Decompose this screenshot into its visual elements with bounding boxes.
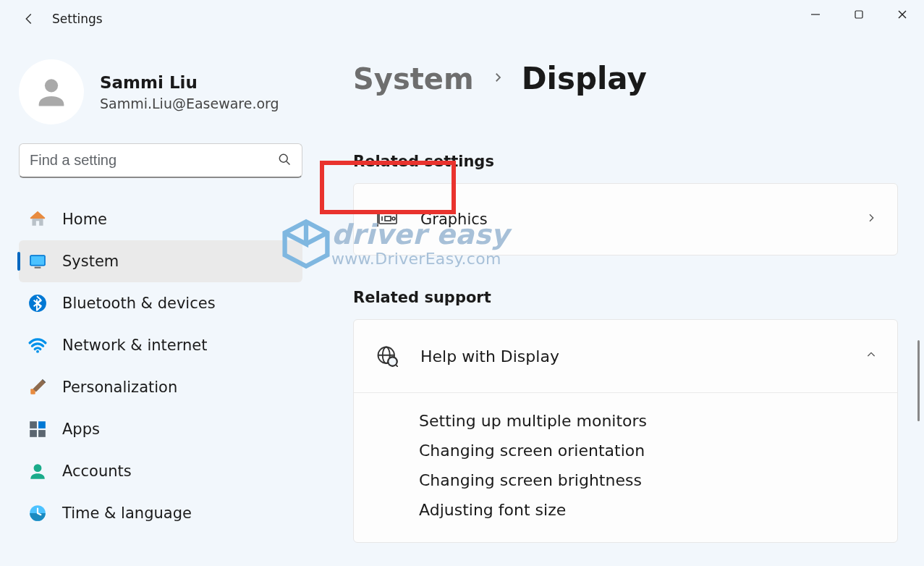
scrollbar-thumb[interactable]: [917, 340, 920, 421]
svg-rect-1: [855, 11, 862, 18]
svg-rect-13: [30, 421, 37, 428]
svg-point-23: [392, 217, 395, 220]
avatar: [19, 59, 84, 124]
graphics-card: Graphics: [353, 183, 898, 255]
close-icon: [897, 9, 907, 20]
profile-name: Sammi Liu: [100, 72, 279, 94]
svg-point-4: [45, 79, 58, 92]
sidebar-item-label: Apps: [62, 421, 100, 438]
help-card: Help with Display Setting up multiple mo…: [353, 319, 898, 543]
minimize-icon: [810, 9, 821, 20]
person-icon: [33, 73, 70, 111]
apps-icon: [27, 419, 48, 439]
time-icon: [27, 503, 48, 523]
help-link-brightness[interactable]: Changing screen brightness: [419, 465, 897, 495]
svg-rect-16: [38, 430, 46, 437]
sidebar-item-label: Time & language: [62, 504, 192, 522]
help-header[interactable]: Help with Display: [354, 320, 897, 392]
sidebar: Sammi Liu Sammi.Liu@Easeware.org Home: [0, 38, 318, 566]
accounts-icon: [27, 461, 48, 481]
help-link-orientation[interactable]: Changing screen orientation: [419, 436, 897, 465]
window-maximize-button[interactable]: [837, 0, 881, 29]
content-area: System Display Related settings Graphics…: [318, 38, 924, 566]
svg-rect-14: [38, 421, 46, 428]
svg-rect-15: [30, 430, 37, 437]
sidebar-item-time[interactable]: Time & language: [19, 492, 302, 534]
app-title: Settings: [52, 12, 103, 26]
search-box[interactable]: [19, 143, 302, 178]
back-arrow-icon: [21, 11, 37, 27]
sidebar-item-bluetooth[interactable]: Bluetooth & devices: [19, 282, 302, 324]
sidebar-item-accounts[interactable]: Accounts: [19, 450, 302, 492]
system-icon: [27, 251, 48, 271]
maximize-icon: [854, 9, 864, 20]
chevron-right-icon: [491, 71, 504, 87]
chevron-right-icon: [865, 212, 877, 227]
sidebar-item-apps[interactable]: Apps: [19, 408, 302, 450]
sidebar-item-label: Accounts: [62, 462, 132, 480]
svg-line-6: [287, 161, 290, 164]
help-body: Setting up multiple monitors Changing sc…: [354, 392, 897, 542]
profile-email: Sammi.Liu@Easeware.org: [100, 96, 279, 111]
svg-point-11: [36, 350, 39, 353]
svg-point-17: [34, 464, 42, 472]
help-link-font-size[interactable]: Adjusting font size: [419, 495, 897, 525]
svg-rect-22: [385, 216, 391, 221]
sidebar-item-personalization[interactable]: Personalization: [19, 366, 302, 408]
svg-rect-9: [35, 267, 41, 269]
graphics-icon: [374, 206, 400, 232]
wifi-icon: [27, 335, 48, 355]
window-minimize-button[interactable]: [794, 0, 837, 29]
breadcrumb-current: Display: [522, 61, 647, 96]
back-button[interactable]: [16, 6, 42, 32]
sidebar-item-label: Network & internet: [62, 337, 207, 354]
svg-point-5: [279, 154, 287, 162]
sidebar-item-system[interactable]: System: [19, 240, 302, 282]
globe-help-icon: [374, 343, 400, 369]
personalization-icon: [27, 377, 48, 397]
search-icon: [277, 152, 292, 169]
graphics-label: Graphics: [420, 211, 865, 228]
sidebar-item-label: System: [62, 253, 119, 270]
nav: Home System Bluetooth & devices Network …: [19, 198, 302, 534]
help-title: Help with Display: [420, 347, 865, 366]
breadcrumb-parent[interactable]: System: [353, 62, 474, 96]
sidebar-item-home[interactable]: Home: [19, 198, 302, 240]
sidebar-item-label: Bluetooth & devices: [62, 295, 216, 312]
svg-line-29: [396, 365, 398, 367]
sidebar-item-label: Home: [62, 211, 107, 228]
profile-block[interactable]: Sammi Liu Sammi.Liu@Easeware.org: [19, 59, 302, 124]
svg-rect-8: [31, 256, 44, 265]
home-icon: [27, 209, 48, 229]
section-related-settings: Related settings: [353, 153, 898, 170]
sidebar-item-label: Personalization: [62, 379, 177, 396]
help-link-multiple-monitors[interactable]: Setting up multiple monitors: [419, 406, 897, 436]
search-input[interactable]: [30, 152, 277, 169]
graphics-row[interactable]: Graphics: [354, 184, 897, 255]
window-close-button[interactable]: [881, 0, 924, 29]
sidebar-item-network[interactable]: Network & internet: [19, 324, 302, 366]
chevron-up-icon: [865, 349, 877, 363]
bluetooth-icon: [27, 293, 48, 313]
section-related-support: Related support: [353, 289, 898, 306]
breadcrumb: System Display: [353, 61, 898, 96]
